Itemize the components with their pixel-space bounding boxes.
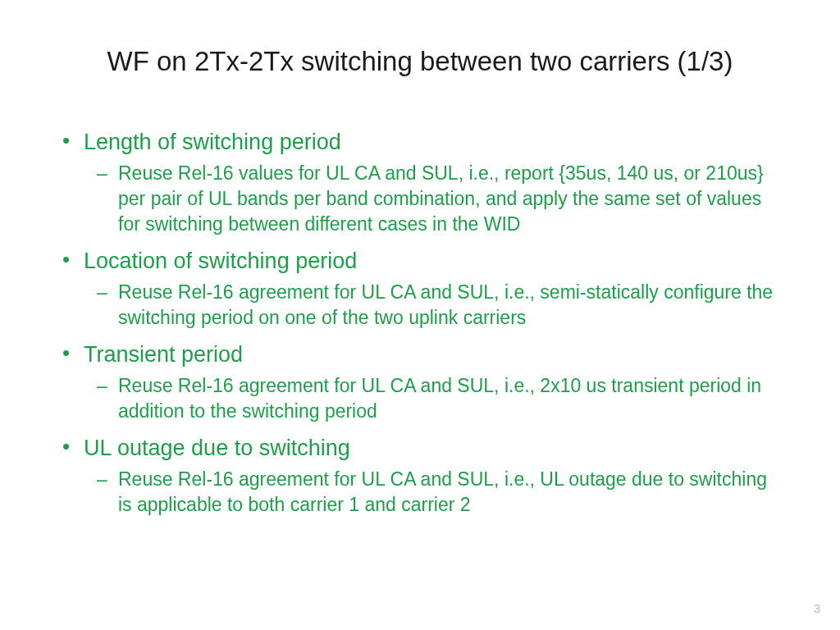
bullet-item: Transient period Reuse Rel-16 agreement … <box>56 339 784 424</box>
sub-item: Reuse Rel-16 agreement for UL CA and SUL… <box>84 373 784 424</box>
slide: WF on 2Tx-2Tx switching between two carr… <box>0 0 840 630</box>
sub-item: Reuse Rel-16 agreement for UL CA and SUL… <box>84 467 784 518</box>
slide-title: WF on 2Tx-2Tx switching between two carr… <box>56 46 784 77</box>
bullet-list: Length of switching period Reuse Rel-16 … <box>56 126 784 518</box>
sub-item: Reuse Rel-16 agreement for UL CA and SUL… <box>84 280 784 331</box>
bullet-item: UL outage due to switching Reuse Rel-16 … <box>56 432 784 518</box>
sub-item: Reuse Rel-16 values for UL CA and SUL, i… <box>84 161 784 237</box>
bullet-item: Location of switching period Reuse Rel-1… <box>56 245 784 331</box>
sub-list: Reuse Rel-16 agreement for UL CA and SUL… <box>84 467 784 518</box>
page-number: 3 <box>814 601 820 615</box>
sub-list: Reuse Rel-16 values for UL CA and SUL, i… <box>84 161 784 237</box>
bullet-item: Length of switching period Reuse Rel-16 … <box>56 126 784 237</box>
bullet-label: Transient period <box>84 342 243 367</box>
sub-list: Reuse Rel-16 agreement for UL CA and SUL… <box>84 280 784 331</box>
bullet-label: Location of switching period <box>84 249 357 273</box>
sub-list: Reuse Rel-16 agreement for UL CA and SUL… <box>84 373 784 424</box>
bullet-label: Length of switching period <box>84 130 341 154</box>
bullet-label: UL outage due to switching <box>84 436 350 460</box>
